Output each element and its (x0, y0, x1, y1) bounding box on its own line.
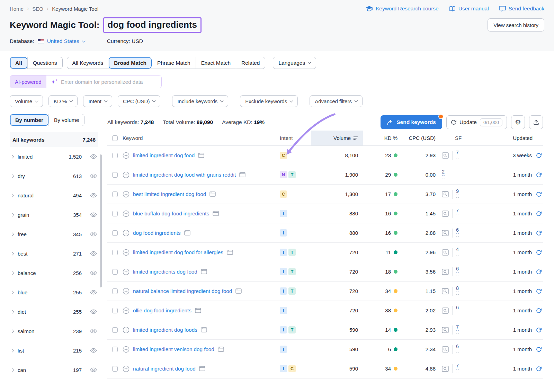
serp-preview-icon[interactable] (442, 269, 449, 275)
keyword-link[interactable]: blue buffalo dog food ingredients (133, 211, 209, 216)
keyword-research-course-link[interactable]: Keyword Research course (366, 6, 439, 12)
filter-volume[interactable]: Volume (10, 95, 43, 107)
eye-icon[interactable] (90, 154, 97, 159)
eye-icon[interactable] (90, 367, 97, 372)
filter-cpc-usd[interactable]: CPC (USD) (118, 95, 161, 107)
view-search-history-button[interactable]: View search history (488, 18, 544, 32)
add-keyword-icon[interactable] (123, 152, 129, 159)
eye-icon[interactable] (90, 173, 97, 178)
sf-link[interactable]: 7 (456, 363, 459, 369)
sidebar-group-blue[interactable]: blue255 (10, 283, 98, 302)
sidebar-group-free[interactable]: free345 (10, 224, 98, 244)
row-checkbox[interactable] (112, 288, 118, 294)
update-button[interactable]: Update 0/1,000 (446, 115, 507, 129)
keyword-link[interactable]: natural ingredient dog food (133, 366, 196, 372)
settings-button[interactable]: ⚙ (511, 115, 525, 129)
serp-icon[interactable] (198, 153, 204, 158)
row-checkbox[interactable] (112, 327, 118, 333)
select-all-checkbox[interactable] (112, 135, 118, 141)
expand-icon[interactable] (11, 174, 14, 178)
sf-link[interactable]: 6 (456, 344, 459, 350)
sf-link[interactable]: 6 (456, 266, 459, 272)
row-checkbox[interactable] (112, 230, 118, 236)
row-checkbox[interactable] (112, 308, 118, 313)
sf-link[interactable]: 2 (442, 169, 445, 175)
eye-icon[interactable] (90, 193, 97, 198)
row-checkbox[interactable] (112, 269, 118, 275)
keyword-link[interactable]: limited ingredient dog foods (133, 327, 197, 333)
add-keyword-icon[interactable] (123, 346, 129, 353)
tab-all[interactable]: All (10, 57, 27, 69)
row-checkbox[interactable] (112, 153, 118, 158)
sf-link[interactable]: 6 (456, 227, 459, 233)
sidebar-group-diet[interactable]: diet255 (10, 302, 98, 321)
sidebar-group-balance[interactable]: balance256 (10, 263, 98, 283)
database-selector[interactable]: United States (47, 38, 85, 44)
refresh-icon[interactable] (536, 191, 542, 197)
sidebar-scrollbar[interactable] (100, 154, 102, 287)
add-keyword-icon[interactable] (123, 288, 129, 295)
refresh-icon[interactable] (536, 211, 542, 216)
expand-icon[interactable] (11, 232, 14, 236)
sidebar-group-grain[interactable]: grain354 (10, 205, 98, 224)
eye-icon[interactable] (90, 290, 97, 295)
sf-link[interactable]: 7 (456, 208, 459, 214)
keyword-link[interactable]: ollie dog food ingredients (133, 308, 191, 313)
row-checkbox[interactable] (112, 250, 118, 255)
eye-icon[interactable] (90, 309, 97, 314)
refresh-icon[interactable] (536, 269, 542, 275)
send-keywords-button[interactable]: Send keywords (381, 115, 442, 129)
sidebar-group-best[interactable]: best271 (10, 244, 98, 263)
keyword-link[interactable]: limited ingredient dog food with grains … (133, 172, 236, 178)
expand-icon[interactable] (11, 349, 14, 352)
add-keyword-icon[interactable] (123, 268, 129, 275)
filter-kd[interactable]: KD % (48, 95, 78, 107)
sidebar-group-can[interactable]: can197 (10, 360, 98, 380)
keyword-link[interactable]: dog food ingredients (133, 230, 181, 236)
eye-icon[interactable] (90, 232, 97, 237)
tab-phrase-match[interactable]: Phrase Match (152, 57, 196, 69)
row-checkbox[interactable] (112, 366, 118, 372)
filter-advanced-filters[interactable]: Advanced filters (310, 95, 363, 107)
expand-icon[interactable] (11, 329, 14, 333)
sidebar-toggle-by-number[interactable]: By number (10, 114, 48, 126)
sidebar-toggle-by-volume[interactable]: By volume (48, 114, 84, 126)
serp-icon[interactable] (227, 250, 233, 255)
column-header-cpc[interactable]: CPC (USD) (401, 131, 439, 145)
domain-input[interactable] (61, 79, 157, 85)
eye-icon[interactable] (90, 348, 97, 353)
keyword-link[interactable]: limited ingredient dog food for allergie… (133, 249, 223, 255)
filter-include-keywords[interactable]: Include keywords (172, 95, 228, 107)
column-header-sf[interactable]: SF (439, 131, 484, 145)
serp-icon[interactable] (218, 347, 224, 352)
eye-icon[interactable] (90, 212, 97, 217)
keyword-link[interactable]: best limited ingredient dog food (133, 191, 206, 197)
sidebar-group-salmon[interactable]: salmon239 (10, 321, 98, 341)
column-header-updated[interactable]: Updated (484, 131, 543, 145)
row-checkbox[interactable] (112, 347, 118, 352)
tab-related[interactable]: Related (236, 57, 265, 69)
refresh-icon[interactable] (536, 347, 542, 352)
eye-icon[interactable] (90, 270, 97, 275)
expand-icon[interactable] (11, 291, 14, 294)
column-header-volume[interactable]: Volume (311, 131, 363, 145)
serp-icon[interactable] (199, 366, 205, 371)
add-keyword-icon[interactable] (123, 365, 129, 372)
add-keyword-icon[interactable] (123, 230, 129, 237)
sf-link[interactable]: 8 (456, 285, 459, 292)
add-keyword-icon[interactable] (123, 307, 129, 314)
breadcrumb-keyword-magic-tool[interactable]: Keyword Magic Tool (52, 6, 98, 12)
add-keyword-icon[interactable] (123, 191, 129, 198)
refresh-icon[interactable] (536, 230, 542, 236)
keyword-link[interactable]: limited ingredients dog food (133, 269, 197, 275)
column-header-kd[interactable]: KD % (363, 131, 401, 145)
serp-icon[interactable] (239, 172, 245, 177)
filter-intent[interactable]: Intent (83, 95, 112, 107)
serp-icon[interactable] (201, 269, 207, 274)
eye-icon[interactable] (90, 251, 97, 256)
serp-icon[interactable] (184, 230, 190, 235)
sidebar-group-list[interactable]: list215 (10, 341, 98, 360)
expand-icon[interactable] (11, 155, 14, 158)
sidebar-group-dry[interactable]: dry613 (10, 166, 98, 186)
refresh-icon[interactable] (536, 288, 542, 294)
